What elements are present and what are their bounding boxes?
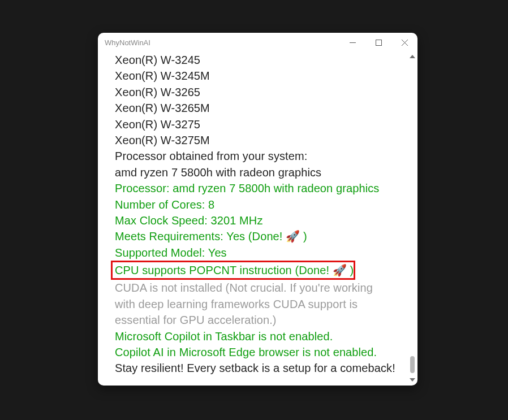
highlighted-line: CPU supports POPCNT instruction (Done! 🚀…: [111, 261, 355, 280]
scroll-down-button[interactable]: [409, 376, 416, 383]
scroll-up-button[interactable]: [409, 53, 416, 60]
output-line: Microsoft Copilot in Taskbar is not enab…: [115, 328, 396, 344]
output-line: Processor obtained from your system:: [115, 148, 396, 164]
output-line: Copilot AI in Microsoft Edge browser is …: [115, 344, 396, 360]
content-area: Xeon(R) W-3245Xeon(R) W-3245MXeon(R) W-3…: [98, 52, 417, 386]
output-line: Processor: amd ryzen 7 5800h with radeon…: [115, 180, 396, 196]
output-line: Supported Model: Yes: [115, 245, 396, 261]
vertical-scrollbar[interactable]: [407, 52, 417, 386]
output-line: Xeon(R) W-3265M: [115, 100, 396, 116]
output-line: amd ryzen 7 5800h with radeon graphics: [115, 164, 396, 180]
close-icon: [402, 40, 408, 46]
output-line: Xeon(R) W-3245: [115, 52, 396, 68]
minimize-icon: [350, 40, 356, 46]
svg-rect-0: [376, 40, 381, 45]
output-line: Stay resilient! Every setback is a setup…: [115, 360, 396, 376]
chevron-down-icon: [410, 378, 415, 382]
maximize-button[interactable]: [365, 33, 391, 52]
maximize-icon: [376, 40, 382, 46]
output-line: Max Clock Speed: 3201 MHz: [115, 213, 396, 228]
output-line: Xeon(R) W-3245M: [115, 68, 396, 84]
highlighted-text: CPU supports POPCNT instruction (Done! 🚀…: [115, 264, 354, 276]
output-line: Number of Cores: 8: [115, 197, 396, 213]
close-button[interactable]: [391, 33, 417, 52]
output-line: Xeon(R) W-3265: [115, 84, 396, 100]
output-line: Meets Requirements: Yes (Done! 🚀 ): [115, 228, 396, 244]
titlebar[interactable]: WhyNotWinAI: [98, 33, 417, 52]
window-title: WhyNotWinAI: [105, 38, 339, 47]
output-line: Xeon(R) W-3275M: [115, 132, 396, 148]
app-window: WhyNotWinAI Xeon(R) W-3245Xeon(R) W-3245…: [98, 33, 417, 386]
scroll-thumb[interactable]: [410, 356, 415, 373]
output-line: CUDA is not installed (Not crucial. If y…: [115, 280, 396, 328]
minimize-button[interactable]: [339, 33, 365, 52]
output-line: Xeon(R) W-3275: [115, 116, 396, 132]
chevron-up-icon: [410, 55, 415, 58]
output-text: Xeon(R) W-3245Xeon(R) W-3245MXeon(R) W-3…: [98, 52, 407, 386]
